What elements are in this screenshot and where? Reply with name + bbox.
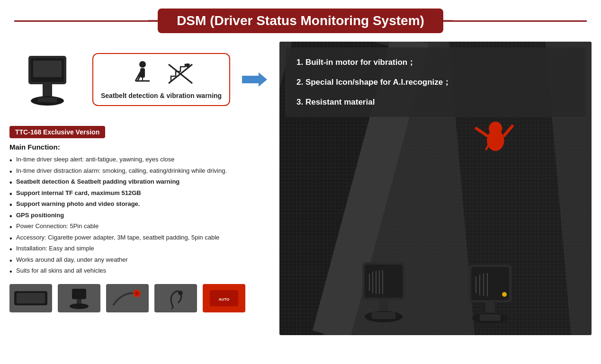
svg-rect-39 <box>365 265 403 298</box>
svg-text:AUTO: AUTO <box>219 297 230 302</box>
thumb-device-2-icon <box>60 286 98 310</box>
svg-rect-2 <box>33 61 62 77</box>
camera-left-icon <box>353 253 414 328</box>
feature-label: Seatbelt detection & vibration warning <box>101 92 222 99</box>
feature-list-item: Seatbelt detection & Seatbelt padding vi… <box>9 177 275 186</box>
arrow-icon <box>240 70 268 89</box>
feature-list-item: Suits for all skins and all vehicles <box>9 266 275 275</box>
info-box: 1. Built-in motor for vibration；2. Speci… <box>285 47 586 117</box>
camera-right <box>462 257 519 330</box>
svg-point-14 <box>186 63 189 67</box>
seatbelt-icon <box>128 60 157 88</box>
thumb-device-4-icon <box>157 286 195 310</box>
svg-point-54 <box>502 292 507 297</box>
svg-point-22 <box>135 292 139 295</box>
thumb-red-box: AUTO <box>203 284 245 312</box>
svg-point-34 <box>489 122 502 135</box>
svg-point-20 <box>70 303 89 309</box>
ttc-badge: TTC-168 Exclusive Version <box>9 126 105 138</box>
feature-list: In-time driver sleep alert: anti-fatigue… <box>9 155 275 275</box>
feature-box: Seatbelt detection & vibration warning <box>92 53 230 106</box>
svg-marker-15 <box>242 72 267 87</box>
svg-rect-17 <box>17 293 45 303</box>
thumb-cable <box>106 284 149 312</box>
feature-list-item: Power Connection: 5Pin cable <box>9 222 275 231</box>
thumb-mount <box>58 284 100 312</box>
device-row: Seatbelt detection & vibration warning <box>9 42 275 117</box>
thumb-device-1-icon <box>12 286 50 310</box>
feature-icons-row <box>128 60 195 88</box>
feature-list-item: In-time driver distraction alarm: smokin… <box>9 166 275 176</box>
arrow-container <box>237 70 270 89</box>
svg-point-23 <box>178 291 183 295</box>
left-panel: Seatbelt detection & vibration warning T… <box>9 42 275 335</box>
svg-rect-57 <box>480 314 501 321</box>
feature-list-item: GPS positioning <box>9 211 275 220</box>
device-icon <box>14 46 81 113</box>
thumb-device-3-icon <box>108 286 146 310</box>
thumb-flat-device <box>9 284 52 312</box>
thumb-clip <box>154 284 197 312</box>
feature-list-item: Support warning photo and video storage. <box>9 199 275 209</box>
info-item: 3. Resistant material <box>296 97 574 108</box>
feature-list-item: Works around all day, under any weather <box>9 255 275 265</box>
camera-left <box>353 253 414 330</box>
right-panel: 1. Built-in motor for vibration；2. Speci… <box>279 42 592 335</box>
page-header: DSM (Driver Status Monitoring System) <box>158 9 443 33</box>
svg-point-6 <box>139 61 146 68</box>
svg-rect-18 <box>72 289 86 299</box>
info-item: 2. Special Icon/shape for A.I.recognize； <box>296 77 574 88</box>
thumbnails-row: AUTO <box>9 284 275 312</box>
feature-list-item: Accessory: Cigarette power adapter, 3M t… <box>9 233 275 242</box>
feature-list-item: In-time driver sleep alert: anti-fatigue… <box>9 155 275 164</box>
thumb-device-5-icon: AUTO <box>205 286 243 310</box>
camera-right-icon <box>462 257 519 328</box>
svg-rect-5 <box>38 98 57 102</box>
main-function-title: Main Function: <box>9 143 275 151</box>
feature-list-item: Installation: Easy and simple <box>9 244 275 253</box>
header-title: DSM (Driver Status Monitoring System) <box>177 13 424 28</box>
vibration-icon <box>166 60 195 88</box>
feature-list-item: Support internal TF card, maximum 512GB <box>9 188 275 198</box>
info-item: 1. Built-in motor for vibration； <box>296 57 574 68</box>
svg-rect-47 <box>372 312 395 319</box>
device-image <box>9 42 85 117</box>
